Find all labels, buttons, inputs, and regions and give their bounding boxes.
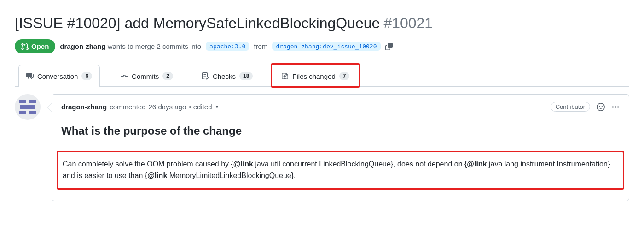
- file-diff-icon: [281, 72, 289, 80]
- git-commit-icon: [121, 72, 128, 80]
- tab-commits-count: 2: [162, 72, 173, 80]
- pr-title: [ISSUE #10020] add MemorySafeLinkedBlock…: [15, 15, 380, 32]
- pr-meta-row: Open dragon-zhang wants to merge 2 commi…: [15, 39, 629, 53]
- tab-commits-label: Commits: [132, 72, 159, 80]
- tab-files-count: 7: [339, 72, 350, 80]
- tab-conversation[interactable]: Conversation 6: [18, 65, 100, 87]
- git-pull-request-icon: [21, 43, 29, 50]
- javadoc-link: @link: [467, 160, 487, 168]
- head-branch-chip[interactable]: dragon-zhang:dev_issue_10020: [272, 42, 380, 51]
- svg-point-2: [617, 106, 619, 107]
- tab-conversation-count: 6: [81, 72, 92, 80]
- comment-description-highlighted: Can completely solve the OOM problem cau…: [57, 151, 624, 190]
- emoji-reaction-button[interactable]: [597, 103, 605, 111]
- comment-discussion-icon: [26, 72, 34, 80]
- svg-point-1: [615, 106, 616, 107]
- tab-files-label: Files changed: [292, 72, 335, 80]
- checklist-icon: [202, 72, 209, 80]
- from-word: from: [254, 42, 267, 50]
- javadoc-link: @link: [147, 172, 167, 179]
- pr-tabs: Conversation 6 Commits 2 Checks 18 Files…: [15, 65, 629, 87]
- comment-box: dragon-zhang commented 26 days ago • edi…: [52, 94, 629, 201]
- comment-timestamp[interactable]: 26 days ago: [149, 103, 186, 111]
- comment-section-heading: What is the purpose of the change: [61, 119, 620, 142]
- tab-commits[interactable]: Commits 2: [113, 65, 181, 87]
- comment-body: What is the purpose of the change Can co…: [52, 115, 629, 201]
- svg-point-0: [612, 106, 614, 107]
- comment-row: dragon-zhang commented 26 days ago • edi…: [15, 94, 629, 201]
- comment-header: dragon-zhang commented 26 days ago • edi…: [52, 95, 629, 115]
- commented-word: commented: [110, 103, 145, 111]
- tab-files-changed[interactable]: Files changed 7: [273, 65, 357, 87]
- tab-checks-count: 18: [239, 72, 253, 80]
- pr-title-row: [ISSUE #10020] add MemorySafeLinkedBlock…: [15, 15, 629, 32]
- role-badge: Contributor: [551, 102, 590, 112]
- state-badge-open: Open: [15, 39, 55, 53]
- javadoc-link: @link: [233, 160, 253, 168]
- avatar[interactable]: [15, 94, 41, 120]
- pr-number: #10021: [383, 15, 433, 32]
- tab-checks[interactable]: Checks 18: [194, 65, 261, 87]
- kebab-menu-button[interactable]: [611, 103, 620, 111]
- state-label: Open: [31, 42, 49, 50]
- tab-conversation-label: Conversation: [37, 72, 78, 80]
- copy-branch-icon[interactable]: [385, 43, 393, 50]
- tab-checks-label: Checks: [213, 72, 236, 80]
- base-branch-chip[interactable]: apache:3.0: [206, 42, 249, 51]
- edited-marker: • edited: [189, 103, 212, 111]
- comment-author[interactable]: dragon-zhang: [61, 103, 107, 111]
- edited-dropdown-icon[interactable]: ▼: [215, 104, 220, 109]
- merge-author[interactable]: dragon-zhang: [60, 42, 105, 50]
- merge-sentence: dragon-zhang wants to merge 2 commits in…: [60, 42, 201, 50]
